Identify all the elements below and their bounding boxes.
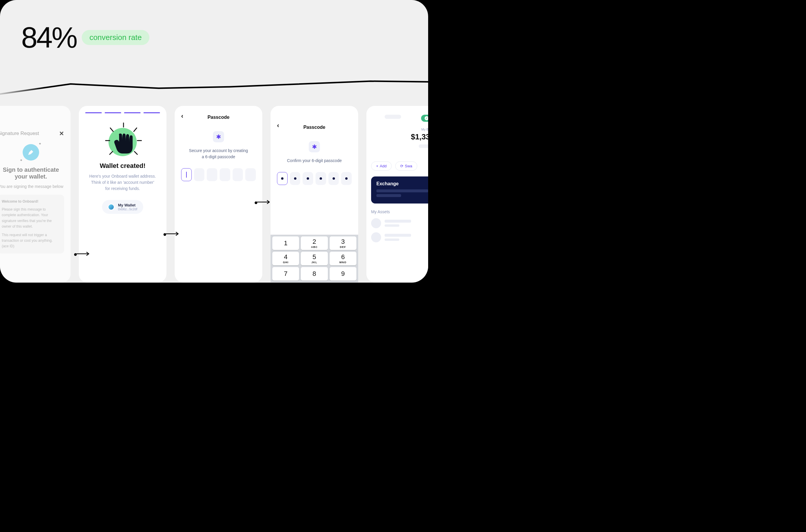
keypad-key-5[interactable]: 5JKL (301, 252, 328, 265)
keypad-key-8[interactable]: 8 (301, 267, 328, 281)
signature-request-card: Signature Request ✕ ✦ ✦ Sign to authenti… (0, 106, 71, 282)
wallet-address: 0xb6z...5c2df (118, 207, 137, 211)
signature-subtitle: You are signing the message below (0, 184, 64, 189)
balance-label: My Balanc (371, 128, 428, 131)
balance-card: C My Balanc $1,331. +Add ⟳Swa Exchange M… (366, 106, 428, 282)
passcode-confirm-desc: Confirm your 6-digit passcode (277, 158, 352, 164)
passcode-confirm-card: ‹ Passcode ✱ Confirm your 6-digit passco… (270, 106, 358, 282)
passcode-digit[interactable] (181, 168, 192, 181)
asset-icon (371, 218, 381, 228)
flow-arrow-icon (255, 197, 271, 207)
numeric-keypad: 12ABC3DEF4GHI5JKL6MNO789 (270, 235, 358, 282)
passcode-desc: Secure your account by creating a 6-digi… (181, 148, 256, 160)
add-button[interactable]: +Add (371, 162, 392, 171)
signature-title: Signature Request (0, 131, 39, 136)
wallet-name: My Wallet (118, 203, 137, 207)
passcode-digit[interactable] (290, 172, 301, 185)
back-icon[interactable]: ‹ (181, 112, 183, 120)
flow-arrow-icon (164, 229, 180, 239)
progress-indicator (85, 112, 160, 113)
swap-icon: ⟳ (400, 164, 403, 168)
header: 84% conversion rate (21, 21, 149, 54)
hero-canvas: 84% conversion rate Signature Request ✕ … (0, 0, 428, 283)
exchange-card[interactable]: Exchange (371, 176, 428, 204)
swap-button[interactable]: ⟳Swa (395, 162, 417, 171)
exchange-title: Exchange (377, 181, 428, 187)
passcode-title: Passcode (181, 115, 256, 120)
conversion-percent: 84% (21, 21, 76, 54)
passcode-digit[interactable] (277, 172, 288, 185)
back-icon[interactable]: ‹ (277, 122, 279, 129)
svg-line-3 (134, 128, 137, 131)
keypad-key-4[interactable]: 4GHI (272, 252, 299, 265)
verified-badge: C (421, 115, 428, 122)
passcode-digit[interactable] (220, 168, 230, 181)
passcode-digit[interactable] (207, 168, 217, 181)
passcode-digit[interactable] (341, 172, 352, 185)
asset-row[interactable] (371, 218, 428, 228)
passcode-confirm-title: Passcode (277, 125, 352, 130)
passcode-confirm-input[interactable] (277, 172, 352, 185)
passcode-digit[interactable] (315, 172, 326, 185)
wallet-address-chip[interactable]: My Wallet 0xb6z...5c2df (102, 200, 143, 214)
plus-icon: + (376, 164, 379, 168)
svg-line-2 (110, 128, 113, 131)
asterisk-icon: ✱ (309, 141, 320, 152)
signature-message-box: Welcome to Onboard! Please sign this mes… (0, 195, 64, 253)
close-icon[interactable]: ✕ (59, 130, 64, 137)
keypad-key-7[interactable]: 7 (272, 267, 299, 281)
keypad-key-2[interactable]: 2ABC (301, 236, 328, 250)
asset-icon (371, 232, 381, 242)
passcode-digit[interactable] (245, 168, 256, 181)
flow-arrow-icon (74, 249, 91, 259)
svg-line-6 (110, 151, 113, 154)
sparkle-icon: ✦ (20, 158, 23, 162)
asterisk-icon: ✱ (213, 131, 224, 142)
sparkle-icon: ✦ (39, 142, 41, 146)
trend-line-chart (0, 71, 428, 106)
wallet-created-desc: Here's your Onboard wallet address. Thin… (85, 173, 160, 192)
passcode-input[interactable] (181, 168, 256, 181)
wallet-created-card: Wallet created! Here's your Onboard wall… (79, 106, 167, 282)
keypad-key-3[interactable]: 3DEF (330, 236, 357, 250)
balance-value: $1,331. (371, 132, 428, 141)
passcode-digit[interactable] (328, 172, 339, 185)
skeleton (419, 145, 428, 148)
onboarding-cards: Signature Request ✕ ✦ ✦ Sign to authenti… (0, 106, 428, 282)
wallet-illustration (85, 128, 160, 156)
asset-row[interactable] (371, 232, 428, 242)
signature-heading: Sign to authenticate your wallet. (0, 167, 64, 180)
conversion-pill: conversion rate (82, 30, 149, 45)
wallet-avatar-icon (108, 204, 114, 210)
passcode-digit[interactable] (303, 172, 313, 185)
passcode-digit[interactable] (233, 168, 243, 181)
passcode-digit[interactable] (194, 168, 205, 181)
svg-line-7 (134, 151, 137, 154)
passcode-create-card: ‹ Passcode ✱ Secure your account by crea… (175, 106, 262, 282)
skeleton (385, 115, 401, 119)
assets-label: My Assets (371, 209, 428, 214)
keypad-key-1[interactable]: 1 (272, 236, 299, 250)
keypad-key-9[interactable]: 9 (330, 267, 357, 281)
keypad-key-6[interactable]: 6MNO (330, 252, 357, 265)
pen-icon (23, 144, 39, 160)
